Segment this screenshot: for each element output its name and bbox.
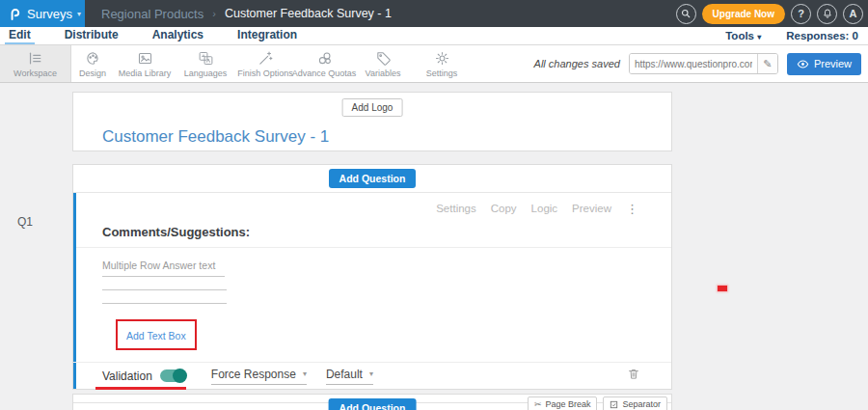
question-actions: Settings Copy Logic Preview ⋮: [73, 193, 671, 215]
chevron-down-icon: ▾: [757, 33, 761, 41]
image-icon: [137, 50, 153, 67]
survey-header-card: Add Logo Customer Feedback Survey - 1: [72, 92, 672, 151]
workspace-icon: [27, 50, 43, 67]
validation-label: Validation: [102, 369, 152, 383]
chevron-down-icon: ▾: [77, 10, 81, 18]
add-question-strip-top: Add Question: [73, 165, 671, 192]
question-text[interactable]: Comments/Suggestions:: [102, 225, 642, 239]
question-footer: Validation Force Response ▾ Default ▾: [73, 362, 671, 389]
kebab-menu-icon[interactable]: ⋮: [626, 203, 638, 215]
notifications-button[interactable]: [817, 4, 837, 24]
tool-languages[interactable]: Languages: [176, 45, 235, 82]
chain-links-icon: [316, 50, 333, 67]
upgrade-now-button[interactable]: Upgrade Now: [702, 4, 785, 24]
nav-right: Tools ▾ Responses: 0: [725, 27, 868, 44]
question-block: Settings Copy Logic Preview ⋮ Comments/S…: [73, 192, 671, 389]
tool-variables[interactable]: Variables: [353, 45, 413, 82]
answer-placeholder[interactable]: Multiple Row Answer text: [102, 260, 225, 277]
responses-count[interactable]: Responses: 0: [786, 30, 858, 41]
add-logo-button[interactable]: Add Logo: [342, 98, 403, 117]
question-active-indicator: [73, 193, 76, 389]
add-question-button-bottom[interactable]: Add Question: [329, 398, 417, 410]
add-question-button-top[interactable]: Add Question: [329, 169, 417, 188]
question-preview-link[interactable]: Preview: [572, 203, 611, 215]
avatar[interactable]: A: [843, 4, 863, 24]
preview-button[interactable]: Preview: [787, 53, 861, 75]
questionpro-logo-icon: [8, 7, 22, 21]
breadcrumb-current: Customer Feedback Survey - 1: [225, 7, 392, 20]
toggle-knob: [173, 369, 187, 383]
survey-url-box: ✎: [629, 53, 778, 74]
survey-url-input[interactable]: [630, 54, 757, 73]
page-break-button[interactable]: ✂ Page Break: [528, 396, 598, 410]
product-name: Surveys: [27, 7, 72, 21]
separator-button[interactable]: Separator: [603, 396, 667, 410]
delete-question-button[interactable]: [627, 367, 640, 385]
add-text-box-highlight: Add Text Box: [116, 319, 197, 350]
red-underline-annotation: [95, 387, 186, 390]
bell-icon: [822, 8, 833, 19]
tool-finish-options[interactable]: Finish Options: [235, 45, 295, 82]
tag-icon: [375, 50, 392, 67]
question-copy-link[interactable]: Copy: [491, 203, 517, 215]
breadcrumb-separator-icon: ›: [212, 8, 216, 19]
default-validation-dropdown[interactable]: Default ▾: [326, 368, 373, 385]
tool-advance-quotas[interactable]: Advance Quotas: [295, 45, 353, 82]
trash-icon: [627, 367, 640, 381]
workspace-canvas: Q1 Add Logo Customer Feedback Survey - 1…: [0, 83, 868, 410]
tool-design[interactable]: Design: [71, 45, 114, 82]
eye-icon: [797, 58, 809, 70]
nav-tab-integration[interactable]: Integration: [233, 27, 301, 44]
add-question-strip-bottom: Add Question ✂ Page Break Separator: [72, 394, 672, 410]
nav-tab-edit[interactable]: Edit: [5, 27, 35, 44]
edit-toolbar: Workspace Design Media Library Languages…: [0, 45, 868, 83]
chevron-down-icon: ▾: [303, 369, 307, 378]
main-nav: Edit Distribute Analytics Integration To…: [0, 27, 868, 45]
palette-icon: [85, 50, 101, 67]
add-text-box-link[interactable]: Add Text Box: [126, 330, 186, 342]
app-window: Surveys ▾ Regional Products › Customer F…: [0, 0, 868, 410]
survey-column: Add Logo Customer Feedback Survey - 1 Ad…: [72, 92, 672, 410]
survey-title[interactable]: Customer Feedback Survey - 1: [102, 127, 329, 147]
nav-tab-distribute[interactable]: Distribute: [61, 27, 122, 44]
gear-icon: [434, 50, 450, 67]
question-settings-link[interactable]: Settings: [436, 203, 476, 215]
topbar-actions: Upgrade Now ? A: [676, 0, 868, 27]
red-annotation-marker: [718, 286, 727, 291]
topbar: Surveys ▾ Regional Products › Customer F…: [0, 0, 868, 27]
tool-media-library[interactable]: Media Library: [114, 45, 176, 82]
question-section-card: Add Question Settings Copy Logic Preview…: [72, 164, 672, 390]
force-response-dropdown[interactable]: Force Response ▾: [211, 368, 307, 385]
answer-area: Multiple Row Answer text: [73, 248, 671, 304]
answer-row-line[interactable]: [102, 290, 227, 304]
translate-icon: [198, 50, 214, 67]
toolbar-right: All changes saved ✎ Preview: [534, 45, 868, 82]
magic-wand-icon: [258, 50, 274, 67]
strip-tools: ✂ Page Break Separator: [528, 396, 667, 410]
scissors-icon: ✂: [534, 399, 542, 409]
tool-workspace[interactable]: Workspace: [0, 45, 71, 82]
validation-toggle[interactable]: [160, 369, 186, 382]
answer-row-line[interactable]: [102, 277, 227, 290]
chevron-down-icon: ▾: [369, 369, 373, 378]
checkbox-checked-icon: [610, 400, 618, 409]
tools-menu[interactable]: Tools ▾: [725, 30, 761, 41]
question-number-label: Q1: [17, 215, 33, 229]
search-icon: [680, 8, 692, 19]
tool-settings[interactable]: Settings: [413, 45, 471, 82]
breadcrumb: Regional Products › Customer Feedback Su…: [101, 0, 392, 27]
search-button[interactable]: [676, 4, 696, 24]
pencil-icon: ✎: [763, 58, 772, 70]
help-button[interactable]: ?: [791, 4, 811, 24]
question-logic-link[interactable]: Logic: [531, 203, 558, 215]
nav-tab-analytics[interactable]: Analytics: [149, 27, 207, 44]
edit-url-button[interactable]: ✎: [757, 54, 777, 73]
product-switcher[interactable]: Surveys ▾: [0, 0, 85, 27]
save-status: All changes saved: [534, 58, 620, 69]
breadcrumb-parent[interactable]: Regional Products: [101, 7, 203, 21]
